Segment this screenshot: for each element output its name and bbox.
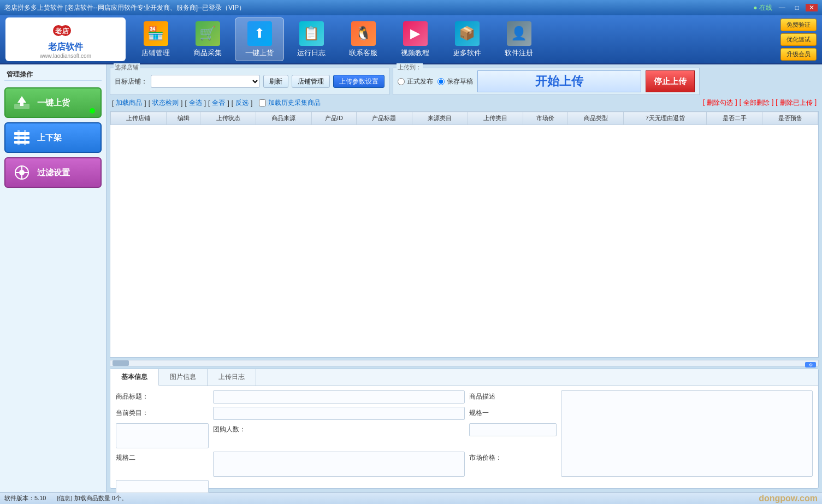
nav-store-mgmt[interactable]: 🏪 店铺管理: [131, 17, 180, 61]
nav-product-collect[interactable]: 🛒 商品采集: [183, 17, 232, 61]
col-source-category: 来源类目: [412, 112, 468, 125]
product-title-input[interactable]: [213, 390, 465, 404]
nav-more-software[interactable]: 📦 更多软件: [442, 17, 492, 61]
publish-label: 正式发布: [407, 77, 433, 86]
store-select-section-label: 选择店铺: [114, 63, 140, 72]
current-category-input[interactable]: [213, 407, 465, 420]
upload-to-label: 上传到：: [397, 63, 423, 72]
col-product-title: 产品标题: [356, 112, 412, 125]
scroll-settings-button[interactable]: ⚙: [805, 362, 816, 367]
upload-params-button[interactable]: 上传参数设置: [333, 75, 385, 88]
nav-items: 🏪 店铺管理 🛒 商品采集 ⬆ 一键上货 📋 运行日志 🐧 联系客服 ▶ 视频教…: [131, 17, 775, 61]
bottom-form: 商品标题： 商品描述 当前类目： 规格一 团购人数： 规格二 市场价格：: [110, 386, 818, 497]
svg-rect-9: [14, 141, 29, 144]
publish-radio-group: 正式发布: [398, 77, 433, 86]
nav-video[interactable]: ▶ 视频教程: [391, 17, 440, 61]
store-mgmt-icon: 🏪: [144, 21, 168, 46]
logo-area: 老 店 老店软件 www.laodiansoft.com: [5, 17, 126, 61]
delete-selected-link[interactable]: 删除勾选: [707, 98, 733, 108]
col-upload-store: 上传店铺: [111, 112, 167, 125]
online-status: ● 在线: [753, 3, 772, 13]
col-market-price: 市场价: [523, 112, 568, 125]
load-history-label: 加载历史采集商品: [268, 98, 321, 108]
refresh-button[interactable]: 刷新: [263, 75, 288, 88]
tab-image-info[interactable]: 图片信息: [159, 369, 208, 386]
invert-select-link[interactable]: 反选: [235, 98, 249, 108]
target-store-select[interactable]: [151, 75, 260, 88]
navbar: 老 店 老店软件 www.laodiansoft.com 🏪 店铺管理 🛒 商品…: [0, 15, 822, 64]
select-all-link[interactable]: 全选: [189, 98, 202, 108]
nav-one-click-upload[interactable]: ⬆ 一键上货: [235, 17, 284, 61]
video-icon: ▶: [403, 21, 428, 46]
spec1-label: 规格一: [469, 407, 557, 418]
col-product-type: 商品类型: [568, 112, 624, 125]
upgrade-button[interactable]: 升级会员: [780, 48, 817, 61]
market-price-input[interactable]: [116, 480, 209, 493]
sidebar-item-shelf[interactable]: 上下架: [4, 122, 102, 153]
nav-video-label: 视频教程: [401, 48, 429, 58]
logo-brand-text: 老店软件: [48, 41, 83, 53]
nav-contact[interactable]: 🐧 联系客服: [339, 17, 388, 61]
check-status-link[interactable]: 状态检则: [152, 98, 179, 108]
nav-contact-label: 联系客服: [349, 48, 377, 58]
svg-rect-8: [14, 137, 29, 139]
spec2-textarea[interactable]: [213, 452, 465, 477]
free-verify-button[interactable]: 免费验证: [780, 19, 817, 31]
sidebar-item-filter[interactable]: 过滤设置: [4, 157, 102, 188]
sidebar-item-upload[interactable]: 一键上货: [4, 87, 102, 118]
draft-radio[interactable]: [437, 78, 445, 85]
spec1-textarea[interactable]: [116, 423, 209, 448]
product-desc-textarea[interactable]: [561, 390, 813, 477]
one-click-upload-icon: ⬆: [247, 21, 272, 46]
window-minimize[interactable]: —: [776, 4, 789, 11]
col-7day-return: 7天无理由退货: [624, 112, 707, 125]
window-restore[interactable]: □: [792, 4, 802, 11]
group-buyers-input[interactable]: [469, 423, 557, 436]
right-panel: 选择店铺 目标店铺： 刷新 店铺管理 上传参数设置 上传到： 正式发布 保存草稿: [107, 64, 822, 492]
publish-radio[interactable]: [398, 78, 405, 85]
optimize-button[interactable]: 优化速试: [780, 33, 817, 46]
titlebar: 老店拼多多上货软件 [老店软件--网店应用软件专业开发商、服务商]--已登录（V…: [0, 0, 822, 15]
deselect-all-link[interactable]: 全否: [212, 98, 225, 108]
window-close[interactable]: ✕: [806, 4, 818, 11]
delete-uploaded-link[interactable]: 删除已上传: [780, 98, 813, 108]
filter-icon: [12, 163, 32, 182]
svg-point-13: [19, 170, 25, 175]
version-text: 软件版本：5.10: [4, 494, 46, 502]
status-right: dongpow.com: [759, 494, 818, 503]
tab-upload-log[interactable]: 上传日志: [208, 369, 256, 386]
load-products-link[interactable]: 加载商品: [116, 98, 142, 108]
col-pre-sale: 是否预售: [762, 112, 818, 125]
active-dot: [90, 108, 95, 114]
nav-register-label: 软件注册: [505, 48, 533, 58]
col-edit: 编辑: [166, 112, 200, 125]
nav-product-collect-label: 商品采集: [193, 48, 222, 58]
tab-basic-info[interactable]: 基本信息: [110, 369, 159, 386]
store-mgmt-button[interactable]: 店铺管理: [292, 75, 330, 88]
h-scrollbar[interactable]: ⚙: [110, 360, 819, 366]
upload-icon: [12, 93, 32, 112]
delete-all-link[interactable]: 全部删除: [743, 98, 770, 108]
col-upload-status: 上传状态: [200, 112, 256, 125]
group-buyers-label: 团购人数：: [213, 423, 465, 434]
svg-rect-11: [24, 130, 26, 145]
col-product-id: 产品ID: [311, 112, 356, 125]
run-log-icon: 📋: [299, 21, 324, 46]
logo-icon: 老 店: [52, 20, 79, 41]
nav-run-log[interactable]: 📋 运行日志: [287, 17, 336, 61]
sidebar: 管理操作 一键上货 上下: [0, 64, 107, 492]
col-upload-category: 上传类目: [468, 112, 523, 125]
upload-to-section: 上传到： 正式发布 保存草稿 开始上传 停止上传: [393, 68, 700, 95]
start-upload-text: 开始上传: [535, 73, 583, 90]
nav-register[interactable]: 👤 软件注册: [494, 17, 543, 61]
stop-upload-button[interactable]: 停止上传: [646, 70, 695, 92]
svg-rect-7: [14, 132, 29, 135]
top-controls-row: 选择店铺 目标店铺： 刷新 店铺管理 上传参数设置 上传到： 正式发布 保存草稿: [110, 68, 819, 95]
products-table: 上传店铺 编辑 上传状态 商品来源 产品ID 产品标题 来源类目 上传类目 市场…: [110, 111, 818, 125]
draft-label: 保存草稿: [447, 77, 473, 86]
start-upload-button[interactable]: 开始上传: [477, 70, 641, 92]
load-history-checkbox[interactable]: [259, 99, 266, 106]
top-right-buttons: 免费验证 优化速试 升级会员: [780, 19, 817, 61]
logo-url-text: www.laodiansoft.com: [40, 53, 91, 59]
titlebar-controls: ● 在线 — □ ✕: [753, 3, 818, 13]
